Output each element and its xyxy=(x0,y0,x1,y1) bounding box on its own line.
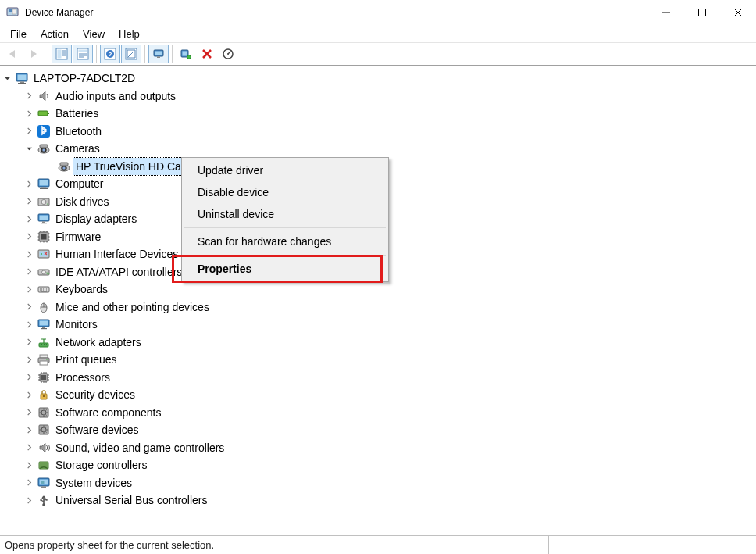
menu-view[interactable]: View xyxy=(76,27,112,41)
chevron-right-icon[interactable] xyxy=(23,495,34,506)
tree-node-label: Network adapters xyxy=(53,334,144,351)
toolbar-action[interactable] xyxy=(121,45,141,63)
toolbar-back[interactable] xyxy=(3,45,23,63)
tree-node[interactable]: Software components xyxy=(0,404,756,422)
tree-node[interactable]: System devices xyxy=(0,474,756,492)
display-icon xyxy=(37,213,50,225)
keyboard-icon xyxy=(37,283,50,295)
tree-node[interactable]: Security devices xyxy=(0,386,756,404)
chevron-right-icon[interactable] xyxy=(23,459,34,470)
chevron-right-icon[interactable] xyxy=(23,178,34,189)
tree-node-label: Sound, video and game controllers xyxy=(53,439,226,456)
menu-action[interactable]: Action xyxy=(34,27,76,41)
tree-node[interactable]: Universal Serial Bus controllers xyxy=(0,491,756,509)
tree-node[interactable]: Bluetooth xyxy=(0,123,756,141)
context-menu-item[interactable]: Properties xyxy=(184,258,387,280)
tree-node[interactable]: Storage controllers xyxy=(0,456,756,474)
toolbar-sep xyxy=(96,45,97,63)
tree-node-label: LAPTOP-7ADCLT2D xyxy=(31,70,137,87)
tree-node[interactable]: Processors xyxy=(0,369,756,387)
chevron-right-icon[interactable] xyxy=(23,196,34,207)
chevron-down-icon[interactable] xyxy=(23,143,34,154)
statusbar: Opens property sheet for the current sel… xyxy=(0,535,756,554)
tree-node-label: Security devices xyxy=(53,386,137,403)
tree-node[interactable]: Monitors xyxy=(0,316,756,334)
tree-node[interactable]: Software devices xyxy=(0,421,756,439)
tree-node[interactable]: Keyboards xyxy=(0,281,756,298)
device-tree[interactable]: LAPTOP-7ADCLT2DAudio inputs and outputsB… xyxy=(0,66,756,535)
status-text: Opens property sheet for the current sel… xyxy=(5,539,548,551)
tree-node-label: Software devices xyxy=(53,421,141,438)
toolbar-sep xyxy=(48,45,48,63)
chevron-right-icon[interactable] xyxy=(23,407,34,418)
chevron-right-icon[interactable] xyxy=(23,108,34,119)
toolbar-sep xyxy=(144,45,145,63)
disk-icon xyxy=(37,195,50,208)
chevron-right-icon[interactable] xyxy=(23,372,34,383)
chevron-right-icon[interactable] xyxy=(23,302,34,313)
chevron-right-icon[interactable] xyxy=(23,284,34,295)
menu-help[interactable]: Help xyxy=(112,27,147,41)
chevron-right-icon[interactable] xyxy=(23,248,34,259)
chevron-right-icon[interactable] xyxy=(23,319,34,330)
toolbar-show-hidden[interactable] xyxy=(52,45,72,63)
toolbar-update-driver[interactable] xyxy=(176,45,196,63)
chevron-right-icon[interactable] xyxy=(23,213,34,224)
tree-node-label: Computer xyxy=(53,175,105,192)
tree-node[interactable]: LAPTOP-7ADCLT2D xyxy=(0,70,756,88)
tree-node[interactable]: Audio inputs and outputs xyxy=(0,88,756,105)
context-menu-item[interactable]: Disable device xyxy=(184,181,387,203)
app-icon xyxy=(6,6,19,19)
chevron-right-icon[interactable] xyxy=(23,442,34,453)
toolbar-scan[interactable] xyxy=(148,45,169,63)
minimize-button[interactable] xyxy=(648,0,684,25)
tree-node-label: Human Interface Devices xyxy=(53,245,180,263)
tree-node-label: Cameras xyxy=(53,140,102,157)
menu-separator xyxy=(184,227,386,228)
processor-icon xyxy=(37,371,50,384)
context-menu-item[interactable]: Scan for hardware changes xyxy=(184,231,387,252)
svg-rect-70 xyxy=(157,57,160,59)
tree-node-label: Batteries xyxy=(53,105,101,122)
toolbar-disable[interactable] xyxy=(218,45,238,63)
security-icon xyxy=(37,388,50,401)
chevron-right-icon[interactable] xyxy=(23,91,34,102)
printer-icon xyxy=(37,353,50,366)
tree-node-label: Print queues xyxy=(53,351,119,368)
bluetooth-icon xyxy=(37,125,50,138)
chevron-right-icon[interactable] xyxy=(44,161,55,172)
tree-node-label: Bluetooth xyxy=(53,123,104,140)
context-menu-item[interactable]: Update driver xyxy=(184,159,387,181)
tree-node[interactable]: Mice and other pointing devices xyxy=(0,298,756,316)
toolbar-uninstall[interactable] xyxy=(197,45,217,63)
tree-node[interactable]: Sound, video and game controllers xyxy=(0,439,756,457)
maximize-button[interactable] xyxy=(684,0,720,25)
chevron-right-icon[interactable] xyxy=(23,266,34,277)
tree-node-label: Keyboards xyxy=(53,281,110,298)
tree-node[interactable]: Batteries xyxy=(0,105,756,123)
svg-rect-63 xyxy=(79,50,87,52)
chevron-right-icon[interactable] xyxy=(23,477,34,488)
close-button[interactable] xyxy=(720,0,756,25)
chevron-right-icon[interactable] xyxy=(23,126,34,137)
chevron-right-icon[interactable] xyxy=(23,389,34,400)
software-icon xyxy=(37,406,50,419)
toolbar-forward[interactable] xyxy=(24,45,45,63)
menu-file[interactable]: File xyxy=(3,27,34,41)
chevron-right-icon[interactable] xyxy=(23,424,34,435)
chevron-right-icon[interactable] xyxy=(23,354,34,365)
chevron-down-icon[interactable] xyxy=(2,73,12,84)
context-menu-item[interactable]: Uninstall device xyxy=(184,203,387,225)
toolbar-properties[interactable] xyxy=(73,45,93,63)
titlebar: Device Manager xyxy=(0,0,756,25)
chevron-right-icon[interactable] xyxy=(23,231,34,242)
tree-node[interactable]: Network adapters xyxy=(0,334,756,352)
tree-node-label: Firmware xyxy=(53,228,103,245)
toolbar-help[interactable]: ? xyxy=(100,45,120,63)
tree-node[interactable]: Cameras xyxy=(0,140,756,158)
tree-node-label: Audio inputs and outputs xyxy=(53,88,178,105)
chevron-right-icon[interactable] xyxy=(23,337,34,348)
svg-rect-57 xyxy=(9,9,12,12)
tree-node[interactable]: Print queues xyxy=(0,351,756,369)
usb-icon xyxy=(37,494,50,506)
